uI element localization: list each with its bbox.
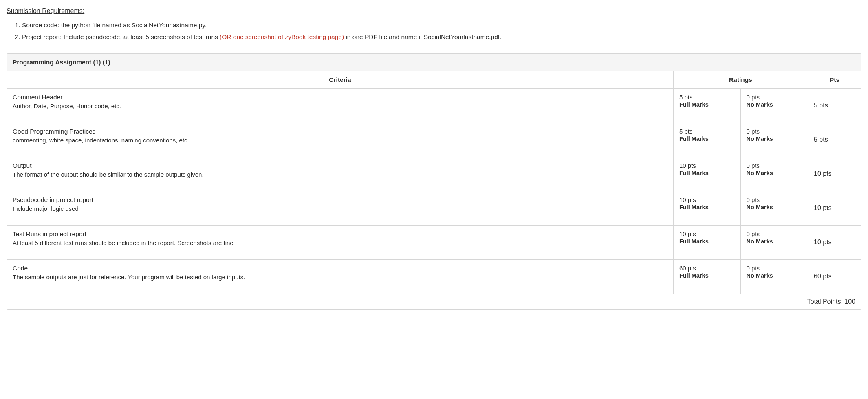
rating-full-pts: 5 pts (679, 94, 735, 101)
rating-none: 0 ptsNo Marks (741, 260, 808, 294)
rating-full-pts: 5 pts (679, 128, 735, 135)
criteria-cell: Comment HeaderAuthor, Date, Purpose, Hon… (7, 89, 674, 123)
rating-none-label: No Marks (747, 136, 802, 142)
rating-none: 0 ptsNo Marks (741, 226, 808, 259)
criteria-title: Good Programming Practices (13, 128, 668, 135)
criteria-desc: The format of the output should be simil… (13, 171, 668, 178)
rating-none-label: No Marks (747, 238, 802, 245)
rating-full-pts: 60 pts (679, 265, 735, 272)
rating-none-label: No Marks (747, 204, 802, 210)
rating-none-pts: 0 pts (747, 128, 802, 135)
requirement-item-2-pre: Project report: Include pseudocode, at l… (22, 33, 220, 40)
criteria-desc: Include major logic used (13, 205, 668, 212)
rating-none-pts: 0 pts (747, 230, 802, 237)
rubric-title: Programming Assignment (1) (1) (7, 54, 861, 71)
criteria-desc: commenting, white space, indentations, n… (13, 137, 668, 144)
rating-none-label: No Marks (747, 101, 802, 108)
submission-requirements-heading: Submission Requirements: (7, 7, 861, 15)
pts-cell: 60 pts (808, 260, 861, 294)
criteria-desc: Author, Date, Purpose, Honor code, etc. (13, 103, 668, 110)
criteria-desc: The sample outputs are just for referenc… (13, 274, 668, 281)
rating-none: 0 ptsNo Marks (741, 123, 808, 157)
rating-none-pts: 0 pts (747, 162, 802, 169)
header-ratings: Ratings (674, 71, 808, 88)
criteria-cell: Good Programming Practicescommenting, wh… (7, 123, 674, 157)
rating-none-pts: 0 pts (747, 265, 802, 272)
rating-full-label: Full Marks (679, 136, 735, 142)
rating-none-pts: 0 pts (747, 196, 802, 203)
rating-none: 0 ptsNo Marks (741, 157, 808, 191)
rubric-row: CodeThe sample outputs are just for refe… (7, 260, 861, 294)
header-criteria: Criteria (7, 71, 674, 88)
ratings-cell: 10 ptsFull Marks0 ptsNo Marks (674, 226, 808, 259)
rubric-body: Comment HeaderAuthor, Date, Purpose, Hon… (7, 89, 861, 294)
ratings-cell: 60 ptsFull Marks0 ptsNo Marks (674, 260, 808, 294)
pts-cell: 10 pts (808, 191, 861, 225)
rubric-row: Pseudocode in project reportInclude majo… (7, 191, 861, 226)
rating-full: 10 ptsFull Marks (674, 226, 741, 259)
criteria-title: Output (13, 162, 668, 169)
rubric-total: Total Points: 100 (7, 294, 861, 309)
rating-full: 5 ptsFull Marks (674, 123, 741, 157)
rating-full-label: Full Marks (679, 101, 735, 108)
rating-full-pts: 10 pts (679, 196, 735, 203)
rubric-row: Good Programming Practicescommenting, wh… (7, 123, 861, 157)
ratings-cell: 10 ptsFull Marks0 ptsNo Marks (674, 157, 808, 191)
rating-full-label: Full Marks (679, 238, 735, 245)
requirement-item-1: Source code: the python file named as So… (22, 20, 861, 30)
rating-full: 5 ptsFull Marks (674, 89, 741, 123)
rating-none-pts: 0 pts (747, 94, 802, 101)
criteria-title: Code (13, 265, 668, 272)
criteria-title: Comment Header (13, 94, 668, 101)
rating-full-label: Full Marks (679, 170, 735, 176)
rubric-header-row: Criteria Ratings Pts (7, 71, 861, 89)
rating-none-label: No Marks (747, 170, 802, 176)
rating-full: 60 ptsFull Marks (674, 260, 741, 294)
criteria-cell: Pseudocode in project reportInclude majo… (7, 191, 674, 225)
rating-full-pts: 10 pts (679, 230, 735, 237)
pts-cell: 5 pts (808, 123, 861, 157)
rubric-row: Test Runs in project reportAt least 5 di… (7, 226, 861, 260)
rubric-table: Programming Assignment (1) (1) Criteria … (7, 53, 861, 310)
rating-full: 10 ptsFull Marks (674, 191, 741, 225)
rating-none: 0 ptsNo Marks (741, 191, 808, 225)
requirement-item-2-post: in one PDF file and name it SocialNetYou… (344, 33, 501, 40)
rating-full: 10 ptsFull Marks (674, 157, 741, 191)
ratings-cell: 10 ptsFull Marks0 ptsNo Marks (674, 191, 808, 225)
criteria-title: Pseudocode in project report (13, 196, 668, 204)
pts-cell: 10 pts (808, 157, 861, 191)
criteria-cell: Test Runs in project reportAt least 5 di… (7, 226, 674, 259)
criteria-cell: CodeThe sample outputs are just for refe… (7, 260, 674, 294)
rubric-row: Comment HeaderAuthor, Date, Purpose, Hon… (7, 89, 861, 123)
ratings-cell: 5 ptsFull Marks0 ptsNo Marks (674, 123, 808, 157)
pts-cell: 5 pts (808, 89, 861, 123)
requirements-list: Source code: the python file named as So… (7, 20, 861, 42)
rating-none-label: No Marks (747, 272, 802, 279)
rating-full-label: Full Marks (679, 272, 735, 279)
header-pts: Pts (808, 71, 861, 88)
pts-cell: 10 pts (808, 226, 861, 259)
requirement-item-2-red: (OR one screenshot of zyBook testing pag… (220, 33, 344, 40)
rubric-row: OutputThe format of the output should be… (7, 157, 861, 191)
rating-full-label: Full Marks (679, 204, 735, 210)
rating-full-pts: 10 pts (679, 162, 735, 169)
rating-none: 0 ptsNo Marks (741, 89, 808, 123)
criteria-cell: OutputThe format of the output should be… (7, 157, 674, 191)
requirement-item-2: Project report: Include pseudocode, at l… (22, 32, 861, 42)
criteria-desc: At least 5 different test runs should be… (13, 239, 668, 246)
ratings-cell: 5 ptsFull Marks0 ptsNo Marks (674, 89, 808, 123)
criteria-title: Test Runs in project report (13, 230, 668, 238)
